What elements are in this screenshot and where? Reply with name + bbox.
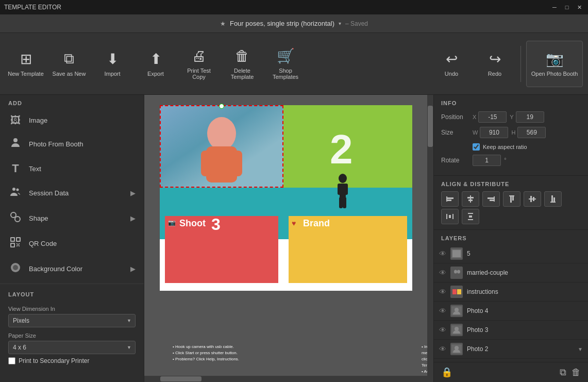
shop-templates-button[interactable]: 🛒 Shop Templates xyxy=(265,41,306,87)
toolbar-main-actions: ⊞ New Template ⧉ Save as New ⬇ Import ⬆ … xyxy=(5,41,306,87)
align-middle-v-button[interactable] xyxy=(524,191,541,207)
delete-layer-button[interactable]: 🗑 xyxy=(572,367,581,378)
add-session-data-button[interactable]: Session Data ▶ xyxy=(0,180,144,206)
svg-point-2 xyxy=(16,189,19,191)
position-x-group: X xyxy=(473,111,507,123)
left-panel: ADD 🖼 Image Photo From Booth T Text Sess… xyxy=(0,95,144,382)
minimize-button[interactable]: ─ xyxy=(550,3,559,12)
layer-item-married-couple[interactable]: 👁 married-couple xyxy=(434,263,588,283)
position-y-input[interactable] xyxy=(516,111,544,123)
camera-icon: 📷 xyxy=(546,51,564,68)
redo-button[interactable]: ↪ Redo xyxy=(474,41,515,87)
align-header: ALIGN & DISTRIBUTE xyxy=(441,181,581,187)
undo-button[interactable]: ↩ Undo xyxy=(431,41,472,87)
layer-item-photo2[interactable]: 👁 Photo 2 ▼ xyxy=(434,340,588,359)
add-background-color-button[interactable]: Background Color ▶ xyxy=(0,256,144,281)
layout-section: View Dimension In Pixels Inches Centimet… xyxy=(0,301,144,373)
print-test-button[interactable]: 🖨 Print Test Copy xyxy=(178,41,220,87)
align-bottom-button[interactable] xyxy=(544,191,562,207)
rotate-input[interactable] xyxy=(473,155,501,166)
add-shape-button[interactable]: Shape ▶ xyxy=(0,206,144,231)
qr-code-icon xyxy=(8,236,23,251)
layer-5-thumbnail xyxy=(450,247,463,260)
align-right-button[interactable] xyxy=(482,191,500,207)
canvas-scrollbar-horizontal[interactable] xyxy=(144,376,427,382)
copy-layer-button[interactable]: ⧉ xyxy=(560,367,566,378)
keep-aspect-checkbox[interactable] xyxy=(473,143,480,151)
add-qr-code-button[interactable]: QR Code xyxy=(0,231,144,256)
canvas-scrollbar-vertical[interactable] xyxy=(427,95,433,382)
distribute-v-button[interactable] xyxy=(462,209,479,224)
title-bar: TEMPLATE EDITOR ─ □ ✕ xyxy=(0,0,588,14)
background-color-icon xyxy=(8,261,23,276)
delete-template-button[interactable]: 🗑 Delete Template xyxy=(222,41,263,87)
layer-married-couple-name: married-couple xyxy=(467,269,583,276)
layer-item-photo3[interactable]: 👁 Photo 3 xyxy=(434,321,588,340)
redo-icon: ↪ xyxy=(489,51,501,68)
svg-rect-37 xyxy=(490,200,494,201)
align-center-h-button[interactable] xyxy=(462,191,479,207)
add-image-button[interactable]: 🖼 Image xyxy=(0,109,144,131)
svg-rect-36 xyxy=(488,197,494,199)
right-panel: INFO Position X Y Size W xyxy=(433,95,588,382)
save-as-new-button[interactable]: ⧉ Save as New xyxy=(48,41,90,87)
layer-photo3-visibility-icon[interactable]: 👁 xyxy=(439,326,446,334)
svg-point-56 xyxy=(454,270,457,274)
shop-icon: 🛒 xyxy=(277,47,295,64)
star-icon[interactable]: ★ xyxy=(220,20,226,27)
open-photo-booth-button[interactable]: 📷 Open Photo Booth xyxy=(526,41,583,87)
h-label: H xyxy=(511,129,515,136)
paper-size-label: Paper Size xyxy=(8,333,136,339)
photo1-element[interactable] xyxy=(160,105,283,188)
layer-item-instructions[interactable]: 👁 instructions xyxy=(434,283,588,302)
new-template-button[interactable]: ⊞ New Template xyxy=(5,41,46,87)
svg-rect-21 xyxy=(201,151,211,176)
template-canvas[interactable]: 2 📷 Shoot 3 xyxy=(160,105,412,291)
layer-married-couple-visibility-icon[interactable]: 👁 xyxy=(439,269,446,277)
distribute-h-button[interactable] xyxy=(441,209,459,224)
rotate-label: Rotate xyxy=(441,157,469,164)
size-h-input[interactable] xyxy=(517,127,546,138)
svg-rect-46 xyxy=(553,197,555,202)
layer-instructions-name: instructions xyxy=(467,288,583,295)
svg-rect-11 xyxy=(16,243,18,244)
layer-photo2-visibility-icon[interactable]: 👁 xyxy=(439,345,446,353)
paper-size-select[interactable]: 4 x 6 5 x 7 6 x 8 xyxy=(8,341,136,354)
layer-instructions-visibility-icon[interactable]: 👁 xyxy=(439,288,446,296)
bg-color-arrow: ▶ xyxy=(130,265,136,273)
add-photo-from-booth-button[interactable]: Photo From Booth xyxy=(0,131,144,157)
layer-married-couple-thumbnail xyxy=(450,267,463,279)
print-secondary-checkbox[interactable] xyxy=(8,357,15,364)
position-x-input[interactable] xyxy=(478,111,507,123)
layer-photo4-visibility-icon[interactable]: 👁 xyxy=(439,307,446,315)
align-top-button[interactable] xyxy=(503,191,520,207)
horizontal-scroll-thumb[interactable] xyxy=(160,376,201,381)
export-button[interactable]: ⬆ Export xyxy=(135,41,176,87)
lock-layer-button[interactable]: 🔒 xyxy=(441,367,452,378)
close-button[interactable]: ✕ xyxy=(575,3,584,12)
svg-rect-42 xyxy=(530,196,532,202)
svg-rect-41 xyxy=(529,198,536,200)
window-controls: ─ □ ✕ xyxy=(550,3,584,12)
import-button[interactable]: ⬇ Import xyxy=(92,41,133,87)
layer-item-5[interactable]: 👁 5 xyxy=(434,244,588,263)
vertical-scroll-thumb[interactable] xyxy=(428,106,433,147)
layer-instructions-thumbnail xyxy=(450,286,463,298)
view-dimension-select[interactable]: Pixels Inches Centimeters xyxy=(8,314,136,327)
svg-point-66 xyxy=(455,346,459,350)
svg-rect-33 xyxy=(467,197,474,198)
template-dropdown-arrow[interactable]: ▾ xyxy=(339,21,341,26)
maximize-button[interactable]: □ xyxy=(562,3,572,12)
photo1-image xyxy=(160,105,283,188)
export-icon: ⬆ xyxy=(150,51,162,68)
layers-section: LAYERS 👁 5 👁 married-couple xyxy=(434,230,588,382)
svg-rect-28 xyxy=(343,197,346,208)
size-w-input[interactable] xyxy=(480,127,508,138)
keep-aspect-row: Keep aspect ratio xyxy=(473,142,581,152)
add-text-button[interactable]: T Text xyxy=(0,157,144,180)
layer-item-photo4[interactable]: 👁 Photo 4 xyxy=(434,302,588,321)
svg-rect-59 xyxy=(452,289,457,294)
layer-5-visibility-icon[interactable]: 👁 xyxy=(439,250,446,258)
shape-arrow: ▶ xyxy=(130,214,136,222)
align-left-button[interactable] xyxy=(441,191,459,207)
